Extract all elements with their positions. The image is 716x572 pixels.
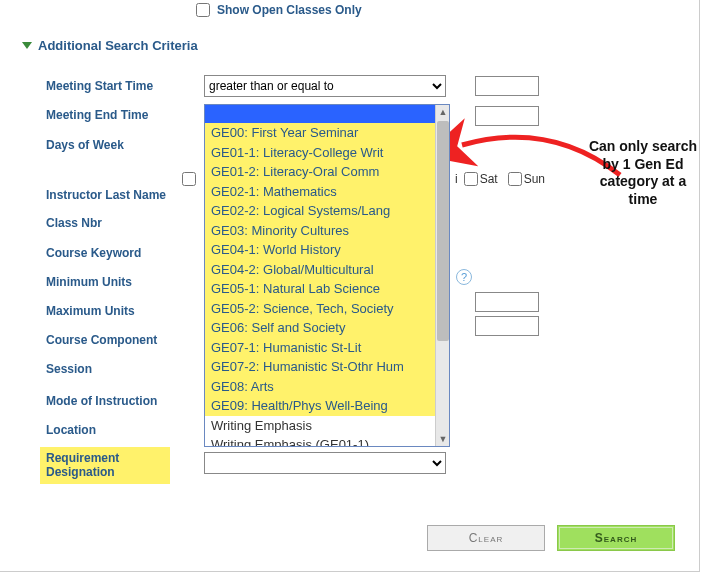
listbox-option[interactable]: GE01-2: Literacy-Oral Comm [205,162,449,182]
listbox-option[interactable]: GE05-2: Science, Tech, Society [205,299,449,319]
day-sat-label: Sat [480,172,498,186]
annotation-text: Can only search by 1 Gen Ed category at … [588,138,698,208]
day-mon-checkbox[interactable] [182,172,196,186]
listbox-scrollbar[interactable]: ▲ ▼ [435,105,449,446]
listbox-option[interactable]: GE05-1: Natural Lab Science [205,279,449,299]
search-button[interactable]: Search [557,525,675,551]
row-meeting-start: Meeting Start Time greater than or equal… [46,74,686,98]
scroll-down-icon[interactable]: ▼ [438,434,448,444]
listbox-option[interactable]: GE06: Self and Society [205,318,449,338]
show-open-label: Show Open Classes Only [217,3,362,17]
show-open-checkbox[interactable] [196,3,210,17]
day-sun-checkbox[interactable] [508,172,522,186]
listbox-option[interactable]: GE04-1: World History [205,240,449,260]
label-instructor: Instructor Last Name [46,188,204,203]
label-meeting-end: Meeting End Time [46,108,204,122]
clear-button[interactable]: Clear [427,525,545,551]
button-row: Clear Search [427,525,675,551]
label-session: Session [46,362,204,376]
help-icon[interactable]: ? [456,269,472,285]
input-min-to[interactable] [475,292,539,312]
listbox-option[interactable]: GE07-1: Humanistic St-Lit [205,338,449,358]
listbox-option[interactable]: GE00: First Year Seminar [205,123,449,143]
day-sun-label: Sun [524,172,545,186]
label-meeting-start: Meeting Start Time [46,79,204,93]
label-classnbr: Class Nbr [46,216,204,230]
section-header[interactable]: Additional Search Criteria [22,38,198,53]
listbox-option[interactable]: GE04-2: Global/Multicultural [205,260,449,280]
listbox-option[interactable]: Writing Emphasis (GE01-1) [205,435,449,447]
reqdes-listbox[interactable]: GE00: First Year Seminar GE01-1: Literac… [204,104,450,447]
input-start-time[interactable] [475,76,539,96]
days-row-right: i Sat Sun [455,172,549,186]
input-end-time[interactable] [475,106,539,126]
collapse-icon [22,42,32,49]
input-max-to[interactable] [475,316,539,336]
panel: Show Open Classes Only Additional Search… [0,0,700,572]
label-min: Minimum Units [46,275,204,289]
listbox-blank-option[interactable] [205,105,449,123]
day-fri-partial: i [455,172,458,186]
listbox-option[interactable]: GE02-2: Logical Systems/Lang [205,201,449,221]
listbox-option[interactable]: GE08: Arts [205,377,449,397]
listbox-option[interactable]: Writing Emphasis [205,416,449,436]
section-title: Additional Search Criteria [38,38,198,53]
listbox-option[interactable]: GE03: Minority Cultures [205,221,449,241]
label-keyword: Course Keyword [46,246,204,260]
listbox-option[interactable]: GE09: Health/Phys Well-Being [205,396,449,416]
listbox-option[interactable]: GE01-1: Literacy-College Writ [205,143,449,163]
listbox-option[interactable]: GE02-1: Mathematics [205,182,449,202]
listbox-option[interactable]: GE07-2: Humanistic St-Othr Hum [205,357,449,377]
label-component: Course Component [46,333,204,347]
show-open-row: Show Open Classes Only [192,0,362,20]
label-location: Location [46,423,204,437]
scroll-up-icon[interactable]: ▲ [438,107,448,117]
label-days: Days of Week [46,138,204,152]
scroll-thumb[interactable] [437,121,449,341]
label-mode: Mode of Instruction [46,394,204,408]
day-sat-checkbox[interactable] [464,172,478,186]
select-meeting-start-op[interactable]: greater than or equal to [204,75,446,97]
label-reqdes: Requirement Designation [40,447,170,484]
label-max: Maximum Units [46,304,204,318]
select-reqdes[interactable] [204,452,446,474]
